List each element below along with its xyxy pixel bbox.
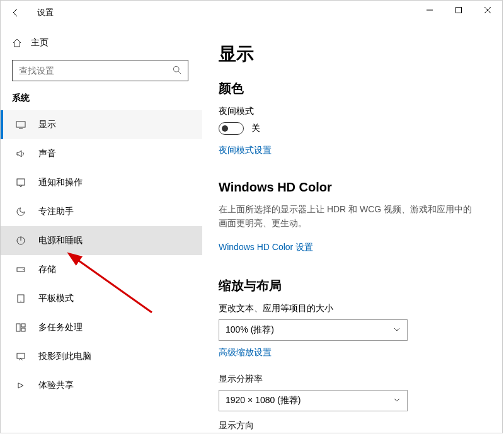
sidebar: 主页 系统 显示 声音 (1, 25, 202, 433)
search-icon (173, 66, 181, 76)
svg-rect-17 (21, 328, 25, 331)
sidebar-item-display[interactable]: 显示 (1, 110, 202, 139)
resolution-select[interactable]: 1920 × 1080 (推荐) (219, 390, 408, 411)
back-button[interactable] (6, 3, 26, 23)
section-hd-heading: Windows HD Color (219, 180, 481, 195)
search-input[interactable] (12, 60, 188, 81)
titlebar: 设置 (1, 1, 502, 25)
text-size-value: 100% (推荐) (226, 324, 274, 336)
svg-rect-8 (17, 179, 25, 185)
power-icon (14, 236, 27, 246)
text-size-select[interactable]: 100% (推荐) (219, 319, 408, 341)
sidebar-item-label: 专注助手 (38, 206, 74, 217)
sidebar-item-label: 多任务处理 (38, 322, 83, 333)
night-mode-label: 夜间模式 (219, 106, 481, 117)
resolution-value: 1920 × 1080 (推荐) (226, 395, 301, 406)
sidebar-item-label: 投影到此电脑 (38, 351, 91, 362)
section-scale-heading: 缩放与布局 (219, 277, 481, 294)
sidebar-item-label: 显示 (38, 119, 56, 130)
sidebar-item-multitasking[interactable]: 多任务处理 (1, 313, 202, 342)
home-label: 主页 (31, 37, 49, 49)
sidebar-nav: 显示 声音 通知和操作 专注助手 电源和睡眠 (1, 110, 202, 400)
sidebar-item-label: 声音 (38, 148, 56, 159)
svg-line-5 (178, 71, 181, 74)
sidebar-item-label: 电源和睡眠 (38, 235, 83, 246)
svg-point-12 (23, 269, 24, 270)
maximize-button[interactable] (444, 1, 473, 20)
sidebar-item-shared-experiences[interactable]: 体验共享 (1, 371, 202, 400)
svg-rect-6 (16, 122, 25, 127)
resolution-label: 显示分辨率 (219, 374, 481, 385)
svg-rect-1 (456, 8, 462, 13)
home-icon (12, 38, 22, 48)
night-mode-state: 关 (251, 123, 260, 134)
sidebar-item-sound[interactable]: 声音 (1, 139, 202, 168)
focus-assist-icon (14, 207, 27, 217)
window-body: 主页 系统 显示 声音 (1, 25, 502, 433)
sidebar-item-label: 通知和操作 (38, 177, 83, 188)
shared-icon (14, 380, 27, 391)
sound-icon (14, 149, 27, 159)
advanced-scaling-link[interactable]: 高级缩放设置 (219, 347, 272, 358)
text-size-label: 更改文本、应用等项目的大小 (219, 303, 481, 314)
sidebar-item-tablet-mode[interactable]: 平板模式 (1, 284, 202, 313)
search-wrapper (1, 55, 202, 90)
sidebar-item-storage[interactable]: 存储 (1, 255, 202, 284)
hd-settings-link[interactable]: Windows HD Color 设置 (219, 242, 313, 253)
minimize-button[interactable] (415, 1, 444, 20)
tablet-icon (14, 294, 27, 304)
content-area: 显示 颜色 夜间模式 关 夜间模式设置 Windows HD Color 在上面… (202, 25, 502, 433)
toggle-knob (222, 125, 228, 132)
svg-rect-16 (21, 324, 25, 327)
chevron-down-icon (393, 325, 401, 335)
page-title: 显示 (219, 42, 481, 66)
night-mode-toggle[interactable] (219, 122, 244, 135)
sidebar-item-label: 平板模式 (38, 293, 74, 304)
home-button[interactable]: 主页 (1, 31, 202, 55)
orientation-label: 显示方向 (219, 420, 481, 431)
sidebar-item-label: 存储 (38, 264, 56, 275)
night-mode-toggle-row: 关 (219, 122, 481, 135)
search-field[interactable] (19, 66, 173, 76)
svg-point-14 (20, 300, 21, 301)
settings-window: 设置 主页 (0, 0, 503, 433)
multitasking-icon (14, 323, 27, 333)
svg-rect-15 (16, 324, 20, 331)
sidebar-item-focus-assist[interactable]: 专注助手 (1, 197, 202, 226)
sidebar-item-label: 体验共享 (38, 380, 74, 391)
storage-icon (14, 265, 27, 275)
night-mode-settings-link[interactable]: 夜间模式设置 (219, 145, 272, 156)
close-button[interactable] (473, 1, 502, 20)
projecting-icon (14, 351, 27, 362)
chevron-down-icon (393, 396, 401, 406)
notifications-icon (14, 178, 27, 188)
hd-description: 在上面所选择的显示器上让 HDR 和 WCG 视频、游戏和应用中的画面更明亮、更… (219, 202, 481, 231)
section-color-heading: 颜色 (219, 80, 481, 97)
sidebar-item-power-sleep[interactable]: 电源和睡眠 (1, 226, 202, 255)
sidebar-item-projecting[interactable]: 投影到此电脑 (1, 342, 202, 371)
sidebar-item-notifications[interactable]: 通知和操作 (1, 168, 202, 197)
sidebar-section-title: 系统 (1, 90, 202, 110)
window-controls (415, 1, 502, 20)
svg-rect-18 (17, 353, 25, 358)
svg-point-4 (173, 66, 179, 72)
window-title: 设置 (37, 7, 54, 18)
display-icon (14, 120, 27, 130)
